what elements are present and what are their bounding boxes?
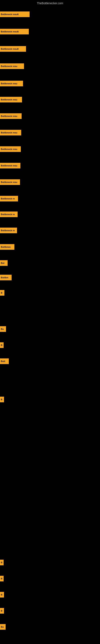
bottleneck-bar: B	[0, 592, 4, 598]
bar-label: Bo	[1, 626, 4, 628]
bar-row: Bo	[0, 624, 100, 630]
bar-row: Bottleneck result	[0, 11, 100, 17]
bar-row: Bottleneck resu	[0, 113, 100, 119]
bottleneck-bar: Bottleneck resu	[0, 64, 24, 69]
bar-row: Bottleneck re	[0, 196, 100, 202]
bar-label: Bottleneck resu	[1, 65, 17, 68]
bottleneck-bar: B	[0, 560, 3, 565]
bar-row: B	[0, 576, 100, 582]
bar-label: Bottlenec	[1, 246, 11, 248]
bottleneck-bar: Bottleneck result	[0, 29, 29, 34]
bottleneck-bar: Bo	[0, 624, 6, 630]
bottleneck-bar: Bottleneck resu	[0, 163, 20, 168]
bottleneck-bar: Bottleneck re	[0, 212, 18, 217]
bar-row	[0, 509, 100, 515]
bar-label: Bottleneck resu	[1, 164, 17, 167]
bar-row: Bottleneck resu	[0, 130, 100, 136]
bar-label: Bottleneck result	[1, 48, 19, 50]
bottleneck-bar: Bot	[0, 260, 8, 266]
bottleneck-bar: Bottleneck result	[0, 12, 30, 17]
bar-label: B	[1, 344, 2, 346]
bottleneck-bar: Bottleneck re	[0, 196, 18, 202]
bar-label: B	[1, 292, 2, 294]
bar-label: Bottleneck re	[1, 198, 15, 200]
bar-row: Bott	[0, 358, 100, 364]
bar-row	[0, 541, 100, 548]
bar-row: Bot	[0, 260, 100, 266]
bar-row	[0, 445, 100, 451]
bar-row	[0, 376, 100, 382]
bar-label: Bottleneck result	[1, 13, 19, 16]
bottleneck-bar: B	[0, 342, 3, 348]
bar-row: Bo	[0, 326, 100, 332]
bottleneck-bar: Bottleneck re	[0, 228, 17, 233]
bar-row	[0, 493, 100, 499]
bottleneck-bar: Bottleneck resu	[0, 130, 21, 136]
bottleneck-bar: Bo	[0, 326, 6, 332]
bar-row: B	[0, 560, 100, 566]
site-title: TheBottlenecker.com	[0, 0, 100, 6]
bar-row: Bottleneck re	[0, 228, 100, 234]
bar-label: Bottleneck result	[1, 30, 19, 33]
bar-label: Bottlen	[1, 276, 8, 279]
bottleneck-bar: Bottleneck resu	[0, 81, 23, 86]
bottleneck-bar: B	[0, 576, 3, 582]
bar-label: B	[1, 561, 2, 564]
bar-label: B	[1, 398, 2, 401]
bar-label: Bottleneck re	[1, 229, 15, 232]
bar-row: Bottleneck resu	[0, 179, 100, 185]
bottleneck-bar: Bottleneck resu	[0, 146, 21, 152]
bottleneck-bar: Bottleneck resu	[0, 179, 20, 185]
bar-label: Bottleneck resu	[1, 98, 17, 101]
bar-row: Bottleneck result	[0, 28, 100, 34]
bar-row: Bottleneck resu	[0, 146, 100, 152]
bar-row: Bottlenec	[0, 244, 100, 250]
bottleneck-bar: Bottlenec	[0, 244, 14, 250]
bar-label: B	[1, 594, 2, 596]
bar-row: B	[0, 290, 100, 296]
bottleneck-bar: B	[0, 397, 4, 402]
bar-row	[0, 477, 100, 483]
bars-section	[0, 6, 100, 6]
bar-label: Bottleneck resu	[1, 82, 17, 85]
bar-label: Bottleneck resu	[1, 132, 17, 134]
bar-row: Bottleneck re	[0, 211, 100, 217]
bar-label: Bottleneck re	[1, 213, 15, 216]
bottleneck-bar: Bottleneck resu	[0, 97, 22, 102]
bar-row: B	[0, 342, 100, 348]
bar-row: Bottleneck resu	[0, 63, 100, 69]
bar-row	[0, 461, 100, 467]
bar-label: B	[1, 610, 2, 612]
bar-row: Bottleneck result	[0, 46, 100, 52]
bar-row: Bottlen	[0, 274, 100, 280]
bottleneck-bar: B	[0, 290, 4, 296]
bar-row	[0, 306, 100, 312]
bar-row	[0, 525, 100, 531]
bar-label: Bottleneck resu	[1, 181, 17, 183]
bottleneck-bar: Bottleneck resu	[0, 113, 22, 119]
bar-row: Bottleneck resu	[0, 96, 100, 103]
bar-label: Bottleneck resu	[1, 148, 17, 150]
bar-row	[0, 429, 100, 435]
bar-label: B	[1, 578, 2, 580]
bar-row: Bottleneck resu	[0, 80, 100, 86]
bar-label: Bo	[1, 328, 4, 330]
bar-row: B	[0, 396, 100, 402]
bar-label: Bot	[1, 262, 4, 264]
bar-row: B	[0, 592, 100, 598]
bottleneck-bar: B	[0, 608, 4, 614]
bar-label: Bott	[1, 360, 5, 362]
bottleneck-bar: Bottleneck result	[0, 46, 26, 52]
bar-row: Bottleneck resu	[0, 162, 100, 169]
bar-row: B	[0, 608, 100, 614]
bottleneck-bar: Bott	[0, 358, 9, 364]
bottleneck-bar: Bottlen	[0, 275, 12, 280]
bar-row	[0, 412, 100, 418]
bar-label: Bottleneck resu	[1, 115, 17, 117]
